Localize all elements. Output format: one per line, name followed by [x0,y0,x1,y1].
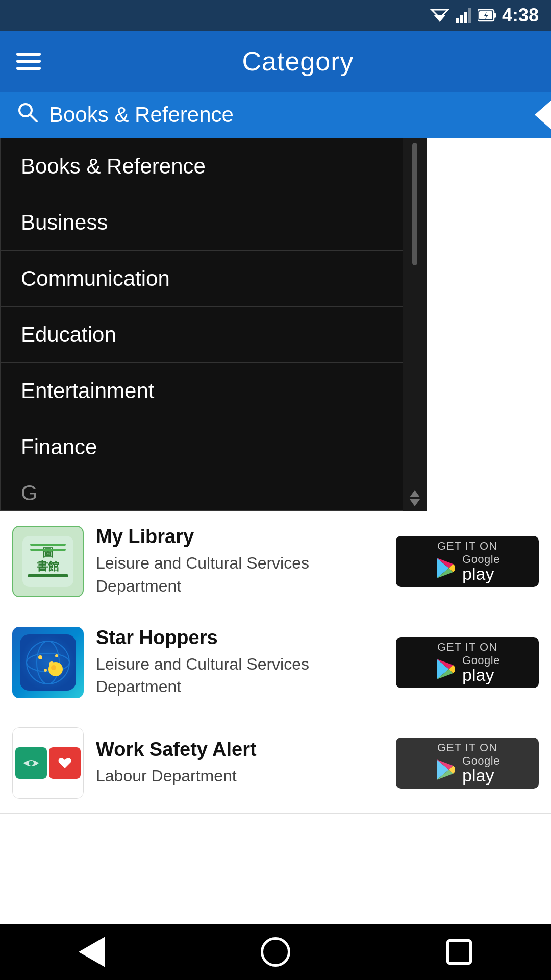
ws-icon-right [49,747,81,779]
dropdown-item-label: Business [21,210,108,235]
svg-point-37 [29,761,34,766]
starhoppers-svg [20,634,76,691]
gp-top-text-1: GET IT ON [437,541,497,552]
app-item-mylibrary[interactable]: 圖 書館 My Library Leisure and Cultural Ser… [0,511,551,612]
google-play-btn-mylibrary[interactable]: GET IT ON Google play [396,536,539,587]
app-info-worksafety: Work Safety Alert Labour Department [96,739,384,788]
signal-icon [456,8,471,23]
svg-line-11 [30,115,37,121]
google-play-btn-worksafety[interactable]: GET IT ON Google play [396,738,539,789]
page-title: Category [61,46,535,77]
svg-rect-15 [28,574,68,577]
app-developer-starhoppers: Leisure and Cultural Services Department [96,653,384,699]
svg-rect-17 [30,549,66,551]
svg-rect-7 [494,13,496,18]
search-bar[interactable]: Books & Reference [0,92,551,138]
gp-bottom-row-3: Google play [435,755,500,784]
menu-button[interactable] [16,53,41,70]
scroll-thumb [412,143,417,265]
app-name-starhoppers: Star Hoppers [96,627,384,649]
back-arrow-icon [79,937,105,967]
scroll-arrow-up [410,490,420,497]
dropdown-item-label: Communication [21,266,170,291]
svg-point-29 [55,654,58,657]
scrollbar[interactable] [403,138,427,511]
dropdown-item-education[interactable]: Education [1,307,403,363]
hamburger-line-3 [16,67,41,70]
search-value: Books & Reference [49,103,234,127]
dropdown-item-finance[interactable]: Finance [1,419,403,475]
dropdown-item-label: G [21,481,38,505]
nav-back-button[interactable] [71,932,112,972]
battery-icon [478,8,496,23]
gp-top-text-3: GET IT ON [437,742,497,753]
svg-rect-4 [464,12,467,23]
dropdown-item-g[interactable]: G [1,475,403,511]
svg-point-26 [38,655,42,659]
app-list: 圖 書館 My Library Leisure and Cultural Ser… [0,511,551,814]
svg-text:圖: 圖 [42,546,54,559]
google-play-logo-2 [435,658,457,680]
dropdown-item-label: Books & Reference [21,154,206,179]
dropdown-item-communication[interactable]: Communication [1,251,403,307]
scroll-arrows [410,490,420,506]
dropdown-item-business[interactable]: Business [1,194,403,251]
ws-icon-left [15,747,47,779]
gp-text-3: Google play [462,755,500,784]
gp-bottom-row-1: Google play [435,554,500,582]
app-name-mylibrary: My Library [96,526,384,548]
status-time: 4:38 [502,5,539,26]
svg-rect-3 [460,15,463,23]
search-icon [16,101,39,129]
google-play-btn-starhoppers[interactable]: GET IT ON Google play [396,637,539,688]
app-info-starhoppers: Star Hoppers Leisure and Cultural Servic… [96,627,384,699]
google-play-logo-3 [435,758,457,781]
app-bar: Category [0,31,551,92]
mylibrary-svg: 圖 書館 [20,533,76,590]
app-name-worksafety: Work Safety Alert [96,739,384,761]
nav-recents-button[interactable] [439,932,480,972]
app-developer-worksafety: Labour Department [96,765,384,788]
app-icon-starhoppers [12,627,84,698]
dropdown-container: Books & Reference Business Communication… [0,138,551,511]
status-bar: 4:38 [0,0,551,31]
status-icons: 4:38 [430,5,539,26]
gp-top-text-2: GET IT ON [437,642,497,653]
gp-text-2: Google play [462,655,500,683]
app-info-mylibrary: My Library Leisure and Cultural Services… [96,526,384,598]
dropdown-item-books[interactable]: Books & Reference [1,138,403,194]
nav-bar [0,924,551,980]
ws-icon-right-svg [55,753,75,773]
scroll-arrow-down [410,499,420,506]
app-item-worksafety[interactable]: Work Safety Alert Labour Department GET … [0,713,551,814]
svg-rect-5 [468,8,471,23]
dropdown-caret [535,101,551,129]
wifi-icon [430,8,450,23]
app-developer-mylibrary: Leisure and Cultural Services Department [96,552,384,598]
svg-rect-16 [30,544,66,546]
svg-point-31 [51,665,56,670]
app-icon-mylibrary: 圖 書館 [12,526,84,597]
svg-rect-22 [20,634,76,691]
google-play-logo-1 [435,557,457,579]
home-circle-icon [261,937,290,967]
svg-rect-2 [456,18,459,23]
gp-text-1: Google play [462,554,500,582]
gp-bottom-row-2: Google play [435,655,500,683]
ws-icon-left-svg [21,753,41,773]
app-icon-worksafety [12,727,84,799]
hamburger-line-1 [16,53,41,56]
dropdown-item-label: Entertainment [21,379,154,403]
category-dropdown: Books & Reference Business Communication… [0,138,403,511]
dropdown-item-entertainment[interactable]: Entertainment [1,363,403,419]
dropdown-item-label: Finance [21,435,97,459]
dropdown-item-label: Education [21,323,116,347]
nav-spacer [0,814,551,870]
recents-square-icon [446,939,472,965]
app-item-starhoppers[interactable]: Star Hoppers Leisure and Cultural Servic… [0,612,551,714]
svg-text:書館: 書館 [37,560,59,573]
svg-point-28 [44,669,47,672]
hamburger-line-2 [16,60,41,63]
nav-home-button[interactable] [255,932,296,972]
